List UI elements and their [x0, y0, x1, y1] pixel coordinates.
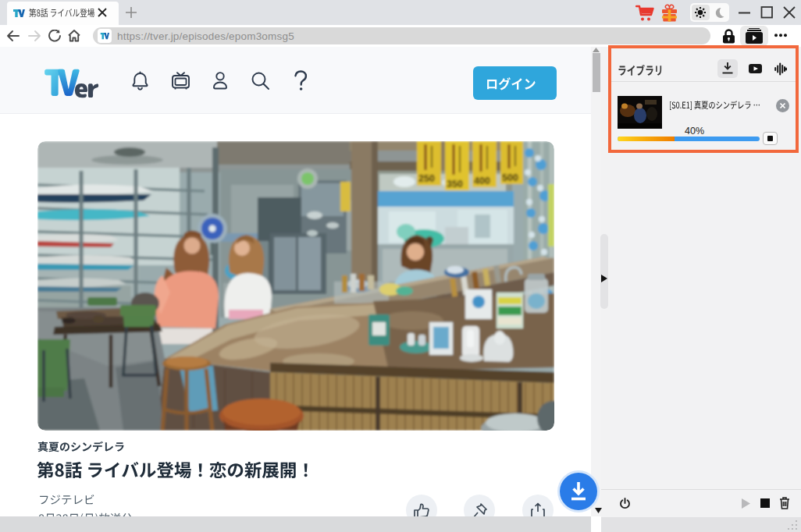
svg-text:500: 500: [502, 172, 518, 183]
svg-text:250: 250: [418, 173, 435, 184]
svg-text:350: 350: [447, 179, 463, 190]
svg-text:400: 400: [474, 176, 490, 186]
